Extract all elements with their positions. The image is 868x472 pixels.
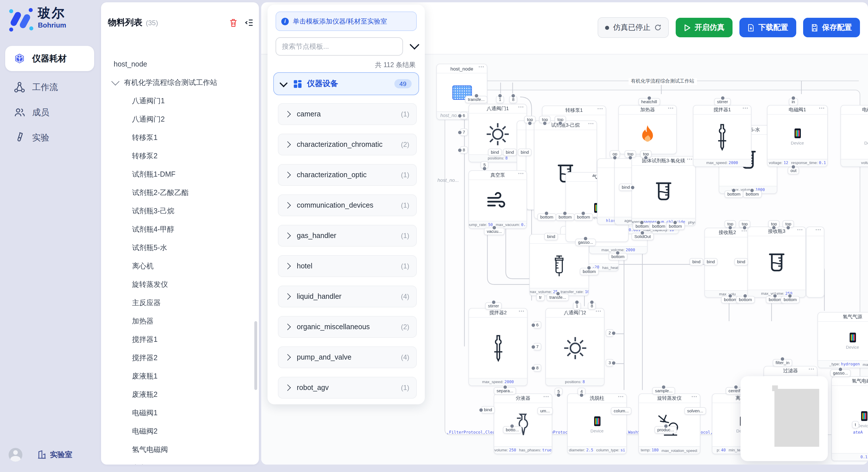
download-config-button[interactable]: 下载配置 <box>739 18 796 37</box>
port-chip-bind[interactable]: bind <box>518 148 532 156</box>
category-row-liquid_handler[interactable]: liquid_handler(4) <box>278 285 417 307</box>
port-chip-bottom[interactable]: bottom <box>724 191 743 198</box>
port-chip-5[interactable]: 5 <box>555 388 563 395</box>
sidebar-item-experiments[interactable]: 实验 <box>0 125 99 150</box>
simulation-status-pill[interactable]: 仿真已停止 <box>598 17 669 38</box>
port-chip-in[interactable]: in <box>789 98 798 105</box>
avatar[interactable] <box>9 448 22 462</box>
node-menu-icon[interactable]: ••• <box>691 395 698 399</box>
port-chip-8[interactable]: 8 <box>588 302 596 310</box>
node-elution-column[interactable]: 洗脱柱•••Devicediameter: 2.5column_type: si <box>567 394 627 454</box>
tree-item[interactable]: 八通阀门1 <box>101 92 259 110</box>
port-chip-bottom[interactable]: bottom <box>666 223 685 230</box>
save-config-button[interactable]: 保存配置 <box>803 18 860 37</box>
port-chip-8[interactable]: 8 <box>460 146 468 154</box>
tree-item[interactable]: 氢气电磁阀 <box>101 440 259 459</box>
category-row-camera[interactable]: camera(1) <box>278 103 417 125</box>
port-chip-out[interactable]: out <box>787 167 799 174</box>
port-chip-7[interactable]: 7 <box>533 343 541 350</box>
port-chip-bottom[interactable]: bottom <box>743 191 762 198</box>
port-chip-top[interactable]: top <box>724 220 736 228</box>
port-chip-4[interactable]: 4 <box>578 388 586 395</box>
tree-item[interactable]: 电磁阀2 <box>101 422 259 440</box>
node-menu-icon[interactable]: ••• <box>518 171 524 175</box>
sidebar-item-laboratory[interactable]: 实验室 <box>37 450 72 460</box>
category-row-hotel[interactable]: hotel(1) <box>278 255 417 277</box>
node-receiver-3[interactable]: 接收瓶3•••max_volume: 250 <box>747 227 806 298</box>
tree-item[interactable]: 转移泵2 <box>101 147 259 165</box>
category-row-robot_agv[interactable]: robot_agv(1) <box>278 377 417 399</box>
port-chip-bottom[interactable]: bottom <box>649 223 668 230</box>
node-menu-icon[interactable]: ••• <box>478 65 485 69</box>
port-chip-7[interactable]: 7 <box>460 129 468 136</box>
port-chip-bottom[interactable]: bottom <box>574 213 593 221</box>
port-chip-top[interactable]: top <box>524 116 536 123</box>
port-chip-sample[interactable]: sample... <box>652 387 675 395</box>
tree-item[interactable]: 转移泵1 <box>101 129 259 147</box>
collapse-list-icon[interactable] <box>245 19 253 27</box>
node-menu-icon[interactable]: ••• <box>544 395 549 399</box>
node-menu-icon[interactable]: ••• <box>797 228 803 232</box>
tree-item[interactable]: 旋转蒸发仪 <box>101 275 259 294</box>
port-chip-3[interactable]: 3 <box>606 359 614 367</box>
tree-item[interactable]: 废液瓶1 <box>101 367 259 385</box>
port-chip-bottom[interactable]: bottom <box>580 268 599 275</box>
tree-item[interactable]: 主反应器 <box>101 294 259 312</box>
node-menu-icon[interactable]: ••• <box>618 395 624 399</box>
port-chip-t[interactable]: t <box>852 421 859 429</box>
category-group-instruments[interactable]: 仪器设备 49 <box>273 72 419 95</box>
port-chip-top[interactable]: top <box>539 116 551 123</box>
port-chip-bottom[interactable]: bottom <box>781 296 800 303</box>
port-chip-bind[interactable]: bind <box>619 183 632 191</box>
node-receiver-x[interactable]: ••• <box>806 227 825 298</box>
port-chip-stirrer[interactable]: stirrer <box>485 302 502 310</box>
refresh-icon[interactable] <box>654 24 661 31</box>
port-chip-top[interactable]: top <box>625 150 637 158</box>
port-chip-1[interactable]: 1 <box>496 96 504 103</box>
trash-icon[interactable] <box>229 19 238 27</box>
port-chip-transfe[interactable]: transfe... <box>465 96 487 103</box>
node-h2-gas-source[interactable]: 氢气气源•••Device_type: hydrogenmax_pr <box>817 312 868 368</box>
node-menu-icon[interactable]: ••• <box>597 107 603 111</box>
node-rotovap[interactable]: 旋转蒸发仪•••temp: 180max_rotation_speed: <box>639 394 701 454</box>
port-chip-botto[interactable]: botto... <box>503 426 522 434</box>
node-menu-icon[interactable]: ••• <box>588 122 594 126</box>
port-chip-transfe[interactable]: transfe... <box>547 294 569 301</box>
port-chip-bind[interactable]: bind <box>503 148 517 156</box>
port-chip-separa[interactable]: separa... <box>494 387 516 395</box>
category-row-communication_devices[interactable]: communication_devices(1) <box>278 194 417 216</box>
node-menu-icon[interactable]: ••• <box>815 228 822 232</box>
port-chip-bottom[interactable]: bottom <box>632 223 652 230</box>
port-chip-bind[interactable]: bind <box>481 406 495 413</box>
port-chip-bind[interactable]: bind <box>704 258 718 266</box>
tree-item[interactable]: 搅拌器1 <box>101 330 259 349</box>
port-chip-stirrer[interactable]: stirrer <box>714 98 731 105</box>
node-menu-icon[interactable]: ••• <box>743 106 749 110</box>
port-chip-6[interactable]: 6 <box>533 321 541 329</box>
search-template-input[interactable] <box>276 37 403 56</box>
tree-item[interactable]: 试剂瓶2-乙酸乙酯 <box>101 183 259 202</box>
port-chip-5[interactable]: 5 <box>480 161 489 169</box>
node-menu-icon[interactable]: ••• <box>519 309 525 313</box>
category-row-characterization_optic[interactable]: characterization_optic(1) <box>278 164 417 186</box>
node-menu-icon[interactable]: ••• <box>687 157 693 161</box>
port-chip-top[interactable]: top <box>640 150 652 158</box>
port-chip-produc[interactable]: produc... <box>654 426 677 434</box>
category-row-gas_handler[interactable]: gas_handler(1) <box>278 225 417 247</box>
category-row-organic_miscellaneous[interactable]: organic_miscellaneous(2) <box>278 316 417 338</box>
port-chip-top[interactable]: top <box>768 220 780 228</box>
node-heater[interactable]: 加热器••• <box>618 105 677 154</box>
port-chip-bottom[interactable]: bottom <box>556 213 575 221</box>
port-chip-vacuu[interactable]: vacuu... <box>484 228 505 235</box>
port-chip-colum[interactable]: colum... <box>611 407 632 415</box>
node-stirrer-2[interactable]: 搅拌器2•••max_speed: 2000 <box>468 308 528 386</box>
tree-item[interactable]: 试剂瓶5-水 <box>101 239 259 257</box>
category-row-pump_and_valve[interactable]: pump_and_valve(4) <box>278 346 417 368</box>
tree-item[interactable]: 废液瓶2 <box>101 385 259 404</box>
tree-item[interactable]: 离心机 <box>101 257 259 275</box>
node-menu-icon[interactable]: ••• <box>819 106 825 110</box>
port-chip-heatchill[interactable]: heatchill <box>639 98 660 105</box>
port-chip-2[interactable]: 2 <box>606 329 614 337</box>
tree-item[interactable]: 试剂瓶1-DMF <box>101 165 259 183</box>
tree-item-host-node[interactable]: host_node <box>101 55 259 73</box>
